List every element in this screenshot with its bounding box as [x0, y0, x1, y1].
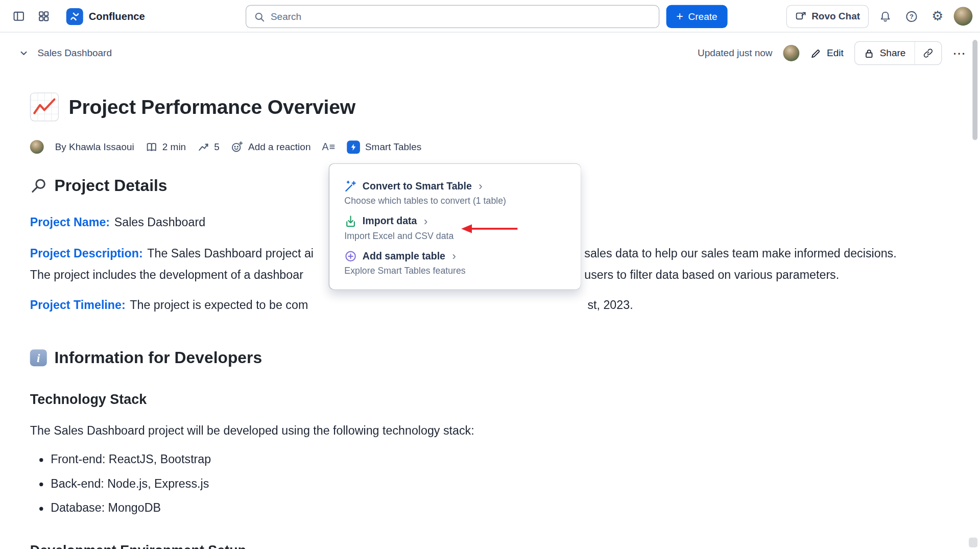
top-navigation-bar: Confluence + Create — [0, 0, 980, 33]
technology-stack-intro: The Sales Dashboard project will be deve… — [30, 424, 950, 438]
plus-icon: + — [676, 11, 683, 22]
technology-stack-list: Front-end: ReactJS, Bootstrap Back-end: … — [30, 451, 950, 516]
timeline-text-left: The project is expected to be com — [130, 298, 308, 312]
page-title: Project Performance Overview — [69, 96, 355, 118]
views-count: 5 — [214, 141, 220, 153]
share-button-label: Share — [880, 47, 906, 59]
import-data-item[interactable]: Import data › Import Excel and CSV data — [344, 215, 565, 241]
sidebar-toggle-button[interactable] — [9, 6, 29, 26]
scrollbar-thumb[interactable] — [972, 40, 977, 140]
add-reaction-button[interactable]: Add a reaction — [231, 140, 311, 153]
breadcrumb[interactable]: Sales Dashboard — [37, 47, 112, 59]
convert-smart-table-icon — [344, 180, 356, 192]
contributor-avatar[interactable] — [783, 45, 799, 61]
chevron-right-icon: › — [452, 251, 456, 262]
help-button[interactable]: ? — [901, 6, 921, 26]
read-time-label: 2 min — [162, 141, 186, 153]
convert-to-smart-table-item[interactable]: Convert to Smart Table › Choose which ta… — [344, 180, 565, 205]
book-icon — [146, 141, 157, 153]
list-item: Database: MongoDB — [51, 500, 950, 516]
gear-icon: ⚙ — [931, 10, 943, 23]
info-heading-text: Information for Developers — [54, 348, 262, 368]
info-for-developers-heading: i Information for Developers — [30, 348, 950, 368]
create-button[interactable]: + Create — [666, 5, 727, 28]
lock-icon — [864, 48, 874, 59]
search-input[interactable] — [271, 11, 651, 22]
notifications-button[interactable] — [875, 6, 895, 26]
user-avatar[interactable] — [954, 7, 973, 26]
project-timeline-label: Project Timeline: — [30, 298, 126, 312]
import-item-label: Import data — [363, 216, 417, 227]
chevron-right-icon: › — [479, 181, 482, 192]
info-icon: i — [30, 349, 47, 366]
smart-tables-popup: Convert to Smart Table › Choose which ta… — [329, 164, 581, 290]
help-icon: ? — [905, 10, 918, 23]
share-button-group: Share — [854, 41, 942, 65]
page-content: Project Performance Overview By Khawla I… — [0, 92, 980, 549]
confluence-window: Confluence + Create — [0, 0, 980, 549]
byline: By Khawla Issaoui 2 min 5 — [30, 140, 950, 154]
page-header-row: Sales Dashboard Updated just now Edit — [0, 37, 980, 68]
share-button[interactable]: Share — [855, 42, 915, 64]
page-emoji-chart-icon — [30, 92, 59, 121]
analytics-views[interactable]: 5 — [197, 141, 220, 153]
project-details-heading-text: Project Details — [54, 176, 167, 196]
smiley-plus-icon — [231, 140, 243, 153]
import-item-subtitle: Import Excel and CSV data — [344, 231, 565, 241]
add-sample-table-item[interactable]: Add sample table › Explore Smart Tables … — [344, 250, 565, 276]
bell-icon — [878, 10, 892, 23]
convert-item-label: Convert to Smart Table — [363, 181, 472, 192]
search-icon — [254, 11, 265, 22]
sidebar-toggle-icon — [12, 10, 25, 22]
project-timeline-line: Project Timeline:The project is expected… — [30, 294, 950, 316]
collapse-tree-button[interactable] — [14, 43, 34, 63]
add-reaction-label: Add a reaction — [248, 141, 310, 153]
rovo-chat-button[interactable]: Rovo Chat — [786, 5, 869, 28]
chevron-down-icon — [18, 47, 29, 59]
add-sample-table-icon — [344, 250, 356, 262]
author-avatar[interactable] — [30, 140, 44, 154]
read-time: 2 min — [146, 141, 186, 153]
trend-icon — [197, 141, 209, 153]
list-item: Front-end: ReactJS, Bootstrap — [51, 451, 950, 468]
project-description-label: Project Description: — [30, 247, 143, 260]
sample-item-subtitle: Explore Smart Tables features — [344, 266, 565, 276]
description-text-right-2: users to filter data based on various pa… — [584, 265, 839, 286]
confluence-home-link[interactable]: Confluence — [66, 8, 145, 25]
app-name: Confluence — [89, 10, 145, 22]
description-text-left: The Sales Dashboard project ai — [147, 247, 314, 260]
chevron-right-icon: › — [424, 216, 427, 227]
edit-button-label: Edit — [827, 47, 844, 59]
technology-stack-heading: Technology Stack — [30, 391, 950, 408]
dev-environment-heading: Development Environment Setup — [30, 542, 950, 549]
apps-grid-icon — [37, 10, 50, 22]
description-text-right: sales data to help our sales team make i… — [584, 243, 896, 265]
rovo-chat-label: Rovo Chat — [811, 11, 860, 22]
pencil-icon — [810, 47, 822, 59]
project-name-label: Project Name: — [30, 216, 110, 229]
link-icon — [922, 47, 934, 59]
convert-item-subtitle: Choose which tables to convert (1 table) — [344, 196, 565, 206]
app-switcher-button[interactable] — [34, 6, 54, 26]
rovo-chat-icon — [795, 10, 806, 22]
import-data-icon — [344, 215, 356, 227]
question-mark-glyph: ? — [909, 12, 913, 20]
settings-button[interactable]: ⚙ — [927, 6, 947, 26]
global-search — [246, 5, 659, 28]
updated-status: Updated just now — [698, 47, 773, 59]
text-styles-button[interactable]: A≡ — [322, 141, 336, 153]
smart-tables-label: Smart Tables — [365, 141, 421, 153]
sample-item-label: Add sample table — [363, 251, 445, 262]
author-name[interactable]: By Khawla Issaoui — [55, 141, 134, 153]
magnifier-icon — [30, 178, 47, 195]
smart-tables-menu-button[interactable]: Smart Tables — [347, 140, 421, 154]
timeline-text-right: st, 2023. — [587, 294, 633, 316]
description-text-left-2: The project includes the development of … — [30, 268, 303, 281]
scrollbar-corner — [969, 538, 977, 548]
confluence-logo-icon — [66, 8, 83, 25]
edit-button[interactable]: Edit — [810, 47, 844, 59]
copy-link-button[interactable] — [915, 42, 941, 64]
list-item: Back-end: Node.js, Express.js — [51, 475, 950, 492]
more-actions-button[interactable]: ⋯ — [952, 45, 966, 60]
create-button-label: Create — [688, 11, 718, 22]
